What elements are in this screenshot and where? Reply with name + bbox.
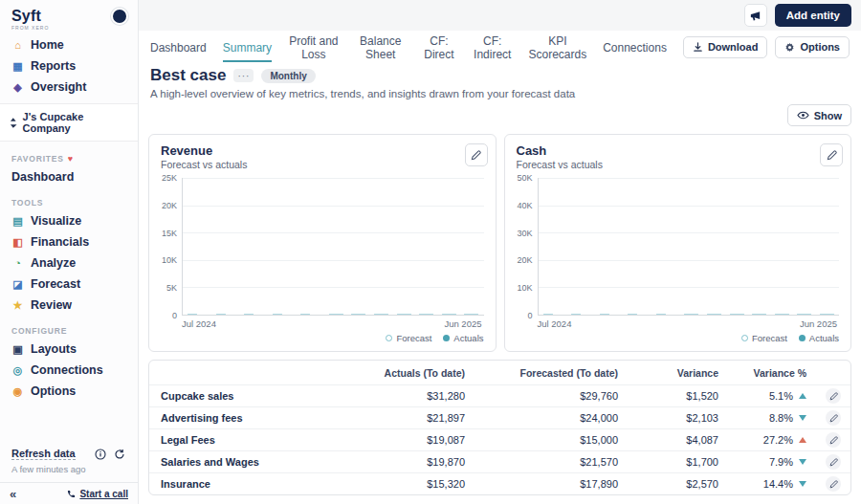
chart-subtitle: Forecast vs actuals: [161, 159, 247, 170]
frequency-badge[interactable]: Monthly: [261, 69, 315, 83]
edit-row-button[interactable]: [826, 476, 841, 492]
forecasted-value: $17,890: [475, 478, 628, 490]
sidebar-footer: « Start a call: [0, 482, 138, 504]
review-icon: ★: [11, 299, 24, 312]
tab-balance-sheet[interactable]: Balance Sheet: [356, 25, 406, 69]
forecast-bar: [820, 314, 834, 315]
download-button[interactable]: Download: [683, 36, 768, 58]
sidebar-item-label: Oversight: [31, 80, 86, 94]
actuals-value: $19,087: [331, 434, 475, 446]
sidebar-item-label: Analyze: [31, 256, 76, 270]
add-entity-button[interactable]: Add entity: [775, 4, 851, 27]
variance-pct-cell: 7.9%: [728, 456, 816, 468]
column-header-actuals-to-date: Actuals (To date): [331, 367, 475, 379]
pencil-icon: [471, 150, 481, 161]
bar-group: [351, 314, 365, 315]
plot-area: [538, 178, 840, 316]
table-header-row: Actuals (To date)Forecasted (To date)Var…: [149, 361, 850, 384]
announcements-button[interactable]: [744, 4, 767, 27]
pencil-icon: [829, 458, 838, 467]
tab-cf-indirect[interactable]: CF: Indirect: [473, 25, 513, 69]
collapse-sidebar-button[interactable]: «: [10, 487, 16, 501]
tabs-list: DashboardSummaryProfit and LossBalance S…: [150, 25, 683, 69]
edit-row-button[interactable]: [826, 388, 841, 404]
bar-group: [730, 314, 744, 315]
sidebar-item-label: Forecast: [31, 277, 80, 291]
forecast-bar: [273, 314, 282, 315]
gridline: [183, 287, 484, 288]
tab-cf-direct[interactable]: CF: Direct: [422, 25, 456, 69]
variance-pct-cell: 14.4%: [728, 478, 816, 490]
forecast-bar: [329, 314, 343, 315]
variance-table: Actuals (To date)Forecasted (To date)Var…: [148, 360, 851, 495]
oversight-icon: ◈: [11, 81, 24, 94]
chart-title: Cash: [517, 143, 603, 158]
sidebar-item-label: Connections: [31, 363, 103, 377]
trend-down-icon: [799, 459, 806, 465]
tab-dashboard[interactable]: Dashboard: [150, 32, 207, 62]
variance-pct-cell: 27.2%: [728, 434, 816, 446]
sidebar-item-reports[interactable]: ▦Reports: [0, 55, 138, 77]
pencil-icon: [829, 392, 838, 401]
sidebar-item-layouts[interactable]: ▣Layouts: [0, 339, 138, 360]
forecasted-value: $21,570: [475, 456, 628, 468]
forecast-legend-dot: [386, 335, 392, 341]
sidebar-item-connections[interactable]: ◎Connections: [0, 360, 138, 381]
forecast-bar: [419, 314, 433, 315]
forecast-bar: [684, 314, 698, 315]
title-menu-button[interactable]: ···: [233, 69, 254, 82]
sidebar-item-visualize[interactable]: ▤Visualize: [0, 210, 138, 231]
bar-group: [419, 314, 433, 315]
company-selector[interactable]: J's Cupcake Company: [0, 103, 138, 142]
gridline: [539, 287, 840, 288]
edit-chart-button[interactable]: [820, 143, 843, 166]
bar-group: [329, 314, 343, 315]
tab-profit-and-loss[interactable]: Profit and Loss: [288, 25, 340, 69]
y-tick-label: 40K: [517, 201, 532, 210]
user-avatar[interactable]: [111, 8, 128, 25]
sidebar-item-dashboard[interactable]: Dashboard: [0, 166, 138, 187]
sidebar-item-oversight[interactable]: ◈Oversight: [0, 77, 138, 98]
refresh-data-link[interactable]: Refresh data: [11, 448, 76, 460]
forecast-bar: [351, 314, 365, 315]
bar-group: [397, 314, 411, 315]
sidebar-item-review[interactable]: ★Review: [0, 295, 138, 316]
edit-row-button[interactable]: [826, 454, 841, 470]
show-row: Show: [139, 99, 861, 126]
refresh-icon[interactable]: [112, 447, 126, 461]
options-button[interactable]: Options: [775, 36, 850, 58]
start-call-button[interactable]: Start a call: [67, 489, 128, 499]
row-label: Legal Fees: [149, 434, 331, 446]
forecast-bar: [707, 314, 721, 315]
variance-value: $2,570: [628, 478, 728, 490]
heart-icon: ♥: [68, 154, 74, 164]
sidebar-item-financials[interactable]: ◧Financials: [0, 231, 138, 252]
gridline: [539, 260, 840, 261]
sidebar-item-label: Home: [31, 38, 64, 52]
phone-icon: [67, 490, 76, 498]
sidebar-item-analyze[interactable]: ◔Analyze: [0, 252, 138, 274]
charts-row: Revenue Forecast vs actuals 25K20K15K10K…: [148, 134, 851, 352]
sidebar-item-home[interactable]: ⌂Home: [0, 34, 138, 55]
sidebar: Syft FROM XERO ⌂Home▦Reports◈Oversight J…: [0, 0, 139, 504]
x-axis-labels: Jul 2024 Jun 2025: [505, 316, 851, 329]
tab-connections[interactable]: Connections: [603, 32, 667, 62]
show-button[interactable]: Show: [787, 104, 851, 126]
sidebar-item-forecast[interactable]: ◪Forecast: [0, 274, 138, 295]
forecasted-value: $24,000: [475, 412, 628, 424]
sidebar-item-options[interactable]: ◉Options: [0, 381, 138, 402]
tab-summary[interactable]: Summary: [223, 32, 272, 62]
bar-group: [707, 314, 721, 315]
sidebar-item-label: Reports: [31, 59, 76, 73]
tab-kpi-scorecards[interactable]: KPI Scorecards: [528, 25, 586, 69]
forecast-icon: ◪: [11, 278, 24, 291]
y-tick-label: 25K: [162, 173, 177, 183]
info-icon[interactable]: [93, 447, 107, 461]
edit-row-button[interactable]: [826, 410, 841, 426]
y-axis: 50K40K30K20K10K0: [511, 178, 538, 316]
sidebar-item-label: Financials: [31, 235, 89, 249]
edit-row-button[interactable]: [826, 432, 841, 448]
row-label: Cupcake sales: [149, 390, 331, 402]
section-title-configure: CONFIGURE: [0, 316, 138, 339]
edit-chart-button[interactable]: [465, 143, 488, 166]
